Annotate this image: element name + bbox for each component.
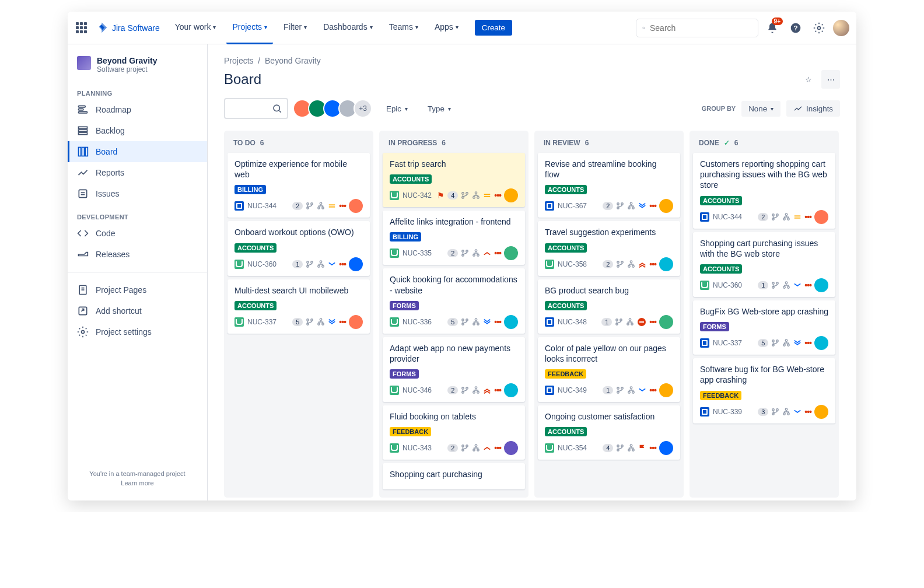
subtask-count: 1 (292, 260, 303, 268)
issue-card[interactable]: Shopping cart purchasing issues with the… (693, 232, 835, 297)
insights-button[interactable]: Insights (786, 100, 840, 117)
svg-point-53 (462, 250, 464, 253)
settings-icon[interactable] (810, 19, 828, 37)
group-by-select[interactable]: None ▾ (741, 101, 780, 117)
crumb-current[interactable]: Beyond Gravity (265, 56, 321, 65)
svg-point-50 (477, 197, 480, 199)
sidebar-pages[interactable]: Project Pages (68, 279, 207, 300)
project-header[interactable]: Beyond GravitySoftware project (68, 54, 207, 80)
svg-point-110 (776, 214, 779, 216)
sidebar-code[interactable]: Code (68, 223, 207, 244)
app-switcher-icon[interactable] (75, 21, 89, 35)
svg-point-75 (473, 449, 475, 452)
nav-projects[interactable]: Projects▾ (226, 12, 273, 44)
issue-card[interactable]: Ongoing customer satisfactionACCOUNTSNUC… (538, 405, 680, 460)
svg-point-128 (788, 344, 790, 346)
svg-point-0 (643, 27, 645, 29)
nav-your-work[interactable]: Your work▾ (169, 12, 222, 44)
subtask-count: 5 (758, 339, 768, 347)
issue-key: NUC-358 (558, 260, 587, 268)
nav-filter[interactable]: Filter▾ (278, 12, 313, 44)
svg-point-87 (628, 265, 631, 267)
kanban-board: TO DO6Optimize experience for mobile web… (224, 131, 840, 498)
svg-rect-14 (79, 190, 86, 197)
svg-point-43 (318, 323, 320, 326)
issue-card[interactable]: Shopping cart purchasing (383, 463, 525, 489)
create-button[interactable]: Create (475, 20, 512, 36)
issue-card[interactable]: Color of pale yellow on our pages looks … (538, 337, 680, 402)
sidebar-reports[interactable]: Reports (68, 162, 207, 183)
svg-point-66 (466, 387, 468, 390)
issue-card[interactable]: Quick booking for accommodations - websi… (383, 268, 525, 333)
card-title: Travel suggestion experiments (545, 227, 673, 237)
priority-icon (483, 191, 491, 200)
notifications-icon[interactable]: 9+ (763, 19, 782, 37)
star-button[interactable]: ☆ (799, 70, 818, 89)
svg-point-108 (632, 449, 635, 452)
svg-point-90 (620, 319, 622, 321)
story-icon (390, 191, 399, 200)
issue-card[interactable]: Adapt web app no new payments providerFO… (383, 337, 525, 402)
sidebar-board[interactable]: Board (68, 141, 207, 162)
subtask-count: 4 (447, 191, 458, 200)
issue-card[interactable]: Fluid booking on tabletsFEEDBACKNUC-3432… (383, 405, 525, 460)
nav-teams[interactable]: Teams▾ (383, 12, 424, 44)
issue-key: NUC-335 (402, 249, 432, 257)
issue-card[interactable]: BG product search bugACCOUNTSNUC-3481••• (538, 279, 680, 334)
issue-card[interactable]: BugFix BG Web-store app crashingFORMSNUC… (693, 300, 835, 355)
svg-point-117 (772, 282, 775, 285)
issue-card[interactable]: Travel suggestion experimentsACCOUNTSNUC… (538, 221, 680, 275)
svg-point-22 (82, 331, 85, 334)
card-title: BG product search bug (545, 285, 673, 296)
svg-point-60 (466, 319, 468, 321)
svg-point-122 (788, 286, 790, 289)
user-avatar[interactable] (833, 20, 849, 36)
issue-card[interactable]: Software bug fix for BG Web-store app cr… (693, 358, 835, 423)
issue-card[interactable]: Fast trip searchACCOUNTSNUC-342⚑4••• (383, 153, 525, 207)
subtask-count: 2 (447, 386, 458, 394)
issue-card[interactable]: Optimize experience for mobile webBILLIN… (228, 153, 370, 218)
assignee-avatar (504, 383, 518, 397)
nav-dashboards[interactable]: Dashboards▾ (317, 12, 379, 44)
assignee-filter[interactable]: +3 (296, 99, 372, 118)
status-dots: ••• (339, 260, 346, 269)
issue-card[interactable]: Customers reporting shopping cart purcha… (693, 153, 835, 229)
issue-card[interactable]: Multi-dest search UI mobilewebACCOUNTSNU… (228, 279, 370, 334)
sidebar-backlog[interactable]: Backlog (68, 120, 207, 141)
svg-point-77 (617, 203, 620, 205)
svg-rect-20 (79, 307, 86, 314)
issue-card[interactable]: Revise and streamline booking flowACCOUN… (538, 153, 680, 218)
search-input[interactable] (650, 23, 752, 33)
nav-apps[interactable]: Apps▾ (429, 12, 464, 44)
jira-logo[interactable]: Jira Software (96, 22, 160, 34)
priority-icon (793, 339, 802, 347)
epic-tag: ACCOUNTS (390, 174, 432, 184)
avatar-more[interactable]: +3 (354, 99, 372, 118)
more-button[interactable]: ⋯ (821, 70, 840, 89)
svg-rect-12 (82, 148, 84, 156)
type-filter[interactable]: Type ▾ (422, 101, 457, 117)
sidebar-settings[interactable]: Project settings (68, 321, 207, 342)
global-search[interactable] (636, 19, 758, 37)
sidebar-shortcut[interactable]: Add shortcut (68, 300, 207, 321)
issue-card[interactable]: Affelite links integration - frontendBIL… (383, 211, 525, 265)
svg-point-72 (466, 445, 468, 447)
assignee-avatar (814, 405, 828, 419)
help-icon[interactable]: ? (786, 19, 805, 37)
svg-point-36 (320, 260, 323, 262)
sidebar-roadmap[interactable]: Roadmap (68, 99, 207, 120)
sidebar-releases[interactable]: Releases (68, 244, 207, 265)
issue-key: NUC-367 (558, 202, 587, 210)
svg-rect-6 (79, 108, 83, 110)
project-subtitle: Software project (97, 65, 157, 74)
issue-card[interactable]: Onboard workout options (OWO)ACCOUNTSNUC… (228, 221, 370, 275)
status-dots: ••• (339, 317, 346, 327)
board-search[interactable] (224, 98, 288, 119)
task-icon (235, 201, 244, 211)
sidebar-issues[interactable]: Issues (68, 183, 207, 204)
svg-point-37 (318, 265, 320, 267)
learn-more-link[interactable]: Learn more (77, 480, 198, 487)
epic-filter[interactable]: Epic ▾ (380, 101, 414, 117)
crumb-projects[interactable]: Projects (224, 56, 254, 65)
svg-point-118 (776, 282, 779, 285)
